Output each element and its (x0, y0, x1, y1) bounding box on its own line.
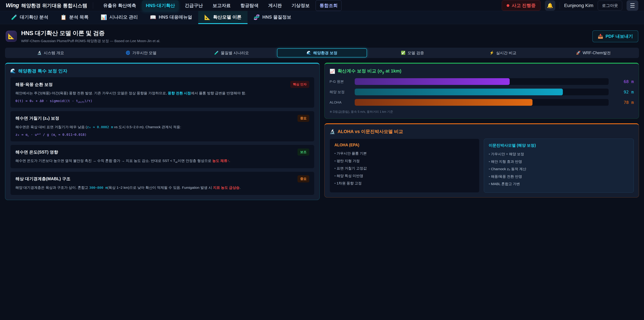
factor-badge: 보조 (298, 149, 309, 156)
section-tab-model-validation[interactable]: ✅ 모델 검증 (368, 48, 457, 57)
bar-row-aloha: ALOHA 78 m (330, 99, 634, 106)
tab-label: 대기확산 분석 (20, 14, 48, 20)
section-tab-label: WRF-Chem발전 (582, 50, 611, 56)
factor-card-surface-roughness: 해수면 거칠기 (z₀) 보정 중요 해수면은 육상 대비 표면 거칠기가 매우… (10, 111, 314, 142)
factor-badge: 핵심 인자 (290, 81, 309, 88)
bar-chart-icon: 📊 (100, 14, 107, 20)
book-icon: 📖 (150, 14, 156, 20)
tab-hns-manual[interactable]: 📖 HNS 대응매뉴얼 (144, 11, 198, 24)
bar-row-marine-corrected: 해양 보정 92 m (330, 89, 634, 95)
navbar-right: 사고 진행중 🔔 Eunjeong Kim 로그아웃 ☰ (502, 0, 638, 11)
section-tab-label: 해양환경 보정 (313, 50, 338, 56)
warning-text: 농도 체류↑ (212, 159, 229, 163)
section-tab-wrf-chem[interactable]: 🚀 WRF-Chem발전 (548, 48, 638, 57)
bar-track (355, 78, 608, 85)
rocket-icon: 🚀 (576, 51, 580, 55)
panel-title: 🔬 ALOHA vs 이문진박사모델 비교 (330, 129, 634, 135)
logout-button[interactable]: 로그아웃 (598, 1, 622, 11)
factor-description: 해수면 온도가 기온보다 높으면 열적 불안정 촉진 → 수직 혼합 증가 → … (16, 158, 309, 164)
model-box-title: 이문진박사모델 (해양 보정) (489, 143, 629, 148)
incident-status-badge[interactable]: 사고 진행중 (502, 0, 540, 11)
bar-fill-aloha (355, 99, 532, 106)
inbox-download-icon: 📥 (598, 34, 603, 39)
page-subtitle: WRF-Chem·Gaussian Plume/Puff·ROMS·해양환경 보… (21, 39, 160, 43)
section-tab-substance-scenarios[interactable]: 🧪 물질별 시나리오 (187, 48, 276, 57)
tab-scenario-management[interactable]: 📊 시나리오 관리 (94, 11, 144, 24)
bar-value: 92 m (608, 90, 634, 95)
inline-code: z₀ ≈ 0.0002 m (87, 125, 113, 129)
bar-track (355, 99, 608, 106)
highlight-text: 풍향 전환 시점 (168, 91, 191, 95)
factor-badge: 중요 (298, 115, 309, 122)
page-header: 📐 HNS 대기확산 모델 이론 및 검증 WRF-Chem·Gaussian … (0, 24, 644, 48)
pdf-export-button[interactable]: 📥 PDF 내보내기 (592, 30, 638, 42)
logo-wing-mark: Wing (6, 2, 19, 9)
marine-corrected-model-box: 이문진박사모델 (해양 보정) 가우시안 + 해양 보정 해안 지형 효과 반영… (484, 139, 634, 192)
bar-chart-footnote: ※ D등급(중립), 풍속 5 m/s, 풍하거리 1 km 기준 (330, 110, 634, 114)
factor-card-mabl-structure: 해상 대기경계층(MABL) 구조 중요 해양 대기경계층은 육상과 구조가 상… (10, 171, 314, 195)
cyclone-icon: 🌀 (126, 51, 130, 55)
bar-fill-marine (355, 89, 563, 95)
app-title: 해양환경 위기대응 통합시스템 (21, 2, 87, 9)
list-item: 가우시안 + 해양 보정 (489, 150, 629, 158)
tab-analysis-list[interactable]: 📋 분석 목록 (54, 11, 94, 24)
menu-item-rescue[interactable]: 긴급구난 (181, 0, 206, 11)
tab-label: 분석 목록 (69, 14, 88, 20)
inline-code: 300~800 m (89, 186, 107, 190)
aloha-model-comparison-panel: 🔬 ALOHA vs 이문진박사모델 비교 ALOHA (EPA) 가우시안 플… (324, 123, 639, 197)
list-item: 해안 지형 효과 반영 (489, 158, 629, 165)
bar-value: 68 m (608, 79, 634, 84)
menu-item-reports[interactable]: 보고자료 (209, 0, 234, 11)
wave-icon: 🌊 (306, 51, 311, 55)
list-item: 표면 거칠기 고정값 (334, 165, 474, 172)
page-header-text: HNS 대기확산 모델 이론 및 검증 WRF-Chem·Gaussian Pl… (21, 29, 160, 43)
module-tabbar: 🧪 대기확산 분석 📋 분석 목록 📊 시나리오 관리 📖 HNS 대응매뉴얼 … (0, 11, 644, 24)
aloha-epa-box: ALOHA (EPA) 가우시안 플룸 기본 평탄 지형 가정 표면 거칠기 고… (330, 139, 480, 192)
section-tab-realtime-comparison[interactable]: ⚡ 실시간 비교 (458, 48, 548, 57)
factor-card-sea-land-breeze: 해풍·육풍 순환 보정 핵심 인자 해안에서는 주간(해풍)·야간(육풍) 풍향… (10, 77, 314, 108)
microscope-icon: 🔬 (37, 51, 42, 55)
incident-badge-label: 사고 진행중 (512, 3, 536, 9)
menu-item-integrated-search[interactable]: 통합조회 (316, 0, 342, 11)
factor-title: 해수면 온도(SST) 영향 (16, 149, 58, 155)
triangle-ruler-icon: 📐 (204, 14, 210, 20)
test-tube-icon: 🧪 (214, 51, 219, 55)
section-tab-system-overview[interactable]: 🔬 시스템 개요 (6, 48, 96, 57)
section-tab-gaussian-model[interactable]: 🌀 가우시안 모델 (96, 48, 186, 57)
list-item: 평탄 지형 가정 (334, 157, 474, 165)
factor-card-sst-effect: 해수면 온도(SST) 영향 보조 해수면 온도가 기온보다 높으면 열적 불안… (10, 145, 314, 168)
notification-button[interactable]: 🔔 (545, 0, 555, 11)
panel-title: 🌊 해양환경 특수 보정 인자 (10, 68, 314, 74)
factor-title: 해상 대기경계층(MABL) 구조 (16, 176, 70, 182)
dispersion-coefficient-panel: 📈 확산계수 보정 비교 (σy at 1km) P-G 원본 68 m 해양 … (324, 63, 639, 119)
menu-item-hns-dispersion[interactable]: HNS·대기확산 (142, 0, 178, 11)
factor-title: 해풍·육풍 순환 보정 (16, 82, 53, 87)
panel-title-text: 확산계수 보정 비교 (σy at 1km) (338, 68, 402, 75)
main-menu: 유출유 확산예측 HNS·대기확산 긴급구난 보고자료 항공탐색 게시판 기상정… (100, 0, 342, 11)
bar-label: 해양 보정 (330, 90, 355, 94)
panel-title-text: 해양환경 특수 보정 인자 (18, 68, 68, 74)
test-tube-icon: 🧪 (11, 14, 17, 20)
tab-hns-substance-info[interactable]: 🧬 HNS 물질정보 (248, 11, 297, 24)
app-logo: Wing 해양환경 위기대응 통합시스템 (6, 2, 87, 9)
section-tab-label: 가우시안 모델 (132, 50, 156, 56)
page-title: HNS 대기확산 모델 이론 및 검증 (21, 29, 160, 37)
section-tab-marine-correction[interactable]: 🌊 해양환경 보정 (277, 48, 367, 57)
section-tab-label: 모델 검증 (408, 50, 424, 56)
tab-dispersion-analysis[interactable]: 🧪 대기확산 분석 (5, 11, 54, 24)
tab-label: HNS 대응매뉴얼 (159, 14, 192, 20)
list-item: MABL 혼합고 가변 (489, 180, 629, 188)
menu-item-board[interactable]: 게시판 (264, 0, 286, 11)
bar-label: P-G 원본 (330, 79, 355, 84)
bell-icon: 🔔 (547, 3, 553, 9)
lightning-icon: ⚡ (489, 51, 494, 55)
menu-item-weather[interactable]: 기상정보 (288, 0, 313, 11)
tab-diffusion-model-theory[interactable]: 📐 확산모델 이론 (198, 11, 248, 24)
main-content: 🌊 해양환경 특수 보정 인자 해풍·육풍 순환 보정 핵심 인자 해안에서는 … (5, 63, 639, 200)
hamburger-menu-button[interactable]: ☰ (626, 0, 638, 11)
section-tabbar: 🔬 시스템 개요 🌀 가우시안 모델 🧪 물질별 시나리오 🌊 해양환경 보정 … (5, 48, 639, 58)
panel-title: 📈 확산계수 보정 비교 (σy at 1km) (330, 68, 634, 75)
menu-item-oil-spill[interactable]: 유출유 확산예측 (100, 0, 140, 11)
menu-item-aerial-search[interactable]: 항공탐색 (237, 0, 262, 11)
marine-correction-factors-panel: 🌊 해양환경 특수 보정 인자 해풍·육풍 순환 보정 핵심 인자 해안에서는 … (5, 63, 320, 200)
